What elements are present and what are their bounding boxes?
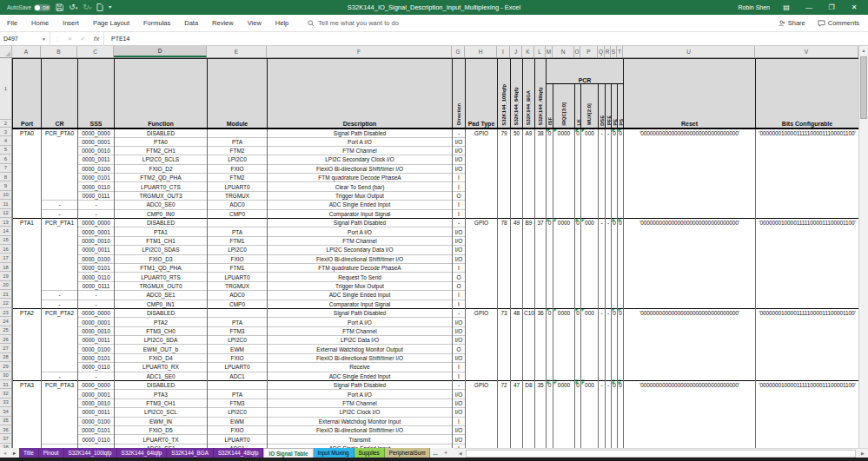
cell-module[interactable]: ADC0: [208, 201, 268, 209]
cell-function[interactable]: FTM3_CH1: [115, 398, 208, 407]
hscroll-left-icon[interactable]: ◀: [455, 451, 466, 456]
cell-pad-type[interactable]: GPIO: [466, 219, 498, 309]
cell-port-pta2[interactable]: PTA2: [13, 308, 42, 380]
cell-direction[interactable]: I: [453, 201, 466, 209]
cell-pcr-5[interactable]: -: [606, 308, 612, 380]
cell-pcr-7[interactable]: 0: [618, 308, 624, 380]
cell-pcr-3[interactable]: 000: [581, 128, 599, 219]
row-header-1[interactable]: 1: [0, 58, 11, 120]
row-header-11[interactable]: 11: [0, 200, 11, 208]
header-pcr-isf[interactable]: ISF: [547, 84, 553, 128]
cell-pcr-1[interactable]: 0000: [553, 381, 575, 448]
cell-pad-type[interactable]: GPIO: [466, 128, 498, 219]
header-bits-configurable[interactable]: Bits Configurable: [756, 59, 859, 128]
cell-description[interactable]: FlexIO Bi-directional Shift/timer I/O: [268, 353, 453, 362]
share-button[interactable]: Share: [779, 19, 805, 27]
cell-module[interactable]: PTA: [208, 137, 268, 146]
row-header-21[interactable]: 21: [0, 290, 11, 299]
row-header-4[interactable]: 4: [0, 136, 11, 145]
column-header-G[interactable]: G: [452, 46, 465, 57]
cell-sss[interactable]: 0000_0010: [78, 236, 115, 245]
header-pcr-mux20[interactable]: MUX[2:0]: [581, 84, 599, 128]
cell-description[interactable]: LPI2C Data I/O: [268, 336, 453, 345]
row-header-31[interactable]: 31: [0, 380, 11, 389]
cell-pin-2[interactable]: B9: [523, 219, 535, 309]
ribbon-tab-home[interactable]: Home: [24, 15, 56, 31]
row-header-9[interactable]: 9: [0, 181, 11, 190]
row-header-26[interactable]: 26: [0, 335, 11, 344]
cell-function[interactable]: PTA1: [115, 227, 208, 236]
cell-cr[interactable]: -: [42, 291, 78, 300]
scroll-up-icon[interactable]: ▲: [859, 46, 868, 55]
namebox-dropdown-icon[interactable]: ▼: [42, 36, 46, 42]
cell-direction[interactable]: I/O: [453, 227, 466, 236]
cell-description[interactable]: Signal Path Disabled: [268, 128, 453, 138]
cell-sss[interactable]: -: [78, 372, 115, 380]
cell-module[interactable]: FXIO: [208, 164, 268, 173]
cell-module[interactable]: [208, 128, 268, 138]
cell-function[interactable]: ADC1_SE0: [115, 372, 208, 380]
cell-pin-0[interactable]: 79: [498, 128, 511, 219]
row-header-28[interactable]: 28: [0, 353, 11, 362]
cell-function[interactable]: FXIO_D4: [115, 353, 208, 362]
row-header-10[interactable]: 10: [0, 191, 11, 200]
cell-pad-type[interactable]: GPIO: [466, 381, 498, 448]
cell-direction[interactable]: I: [453, 174, 466, 182]
cell-sss[interactable]: 0000_0110: [78, 435, 115, 444]
ribbon-tab-data[interactable]: Data: [177, 15, 205, 31]
cell-port-pta1[interactable]: PTA1: [13, 219, 42, 309]
cell-pcr-7[interactable]: 0: [618, 128, 624, 219]
cell-pcr-0[interactable]: 0: [547, 381, 553, 448]
cell-function[interactable]: LPUART0_CTS: [115, 182, 208, 191]
minimize-button[interactable]: —: [803, 3, 815, 11]
header-module[interactable]: Module: [208, 59, 268, 128]
cell-direction[interactable]: I/O: [453, 326, 466, 335]
row-header-17[interactable]: 17: [0, 254, 11, 262]
cell-description[interactable]: Transmit: [268, 435, 453, 444]
cell-function[interactable]: DISABLED: [115, 219, 208, 227]
cell-sss[interactable]: 0000_0001: [78, 227, 115, 236]
cell-function[interactable]: FTM3_CH0: [115, 326, 208, 335]
header-pcr-group[interactable]: PCR: [547, 59, 624, 84]
ribbon-tab-help[interactable]: Help: [268, 15, 295, 31]
cell-description[interactable]: FTM quadrature Decode PhaseA: [268, 174, 453, 182]
more-sheets-indicator[interactable]: ...: [430, 448, 440, 458]
column-header-N[interactable]: N: [553, 46, 574, 57]
row-header-24[interactable]: 24: [0, 317, 11, 326]
cell-pcr-6[interactable]: 0: [612, 381, 618, 448]
column-header-M[interactable]: M: [546, 46, 553, 57]
name-box[interactable]: D497 ▼: [0, 32, 50, 46]
header-pcr-irqc30[interactable]: IRQC[3:0]: [553, 84, 575, 128]
horizontal-scrollbar[interactable]: ◀ ▶: [455, 448, 868, 458]
column-header-E[interactable]: E: [207, 46, 267, 57]
cell-pin-3[interactable]: 36: [535, 308, 547, 380]
column-header-V[interactable]: V: [755, 46, 858, 57]
cell-sss[interactable]: -: [78, 209, 115, 218]
tell-me-search[interactable]: Tell me what you want to do: [308, 19, 399, 27]
cell-function[interactable]: LPUART0_RX: [115, 363, 208, 372]
cell-pcr-1[interactable]: 0000: [553, 219, 575, 309]
column-header-S[interactable]: S: [611, 46, 617, 57]
cell-module[interactable]: PTA: [208, 318, 268, 326]
cell-description[interactable]: FlexIO Bi-directional Shift/timer I/O: [268, 426, 453, 435]
cell-direction[interactable]: I/O: [453, 318, 466, 326]
cell-sss[interactable]: 0000_0000: [78, 308, 115, 317]
sheet-tab-s32k144_48lqfp[interactable]: S32K144_48lqfp: [214, 448, 264, 458]
cell-function[interactable]: TRGMUX_OUT3: [115, 191, 208, 200]
column-header-D[interactable]: D: [114, 46, 207, 57]
cell-description[interactable]: ADC Single Ended Input: [268, 201, 453, 209]
cell-module[interactable]: [208, 308, 268, 317]
cell-pcr-3[interactable]: 000: [581, 381, 599, 448]
cell-function[interactable]: LPUART0_TX: [115, 435, 208, 444]
ribbon-tab-view[interactable]: View: [241, 15, 268, 31]
row-header-34[interactable]: 34: [0, 407, 11, 416]
cell-function[interactable]: FTM2_QD_PHA: [115, 174, 208, 182]
cell-sss[interactable]: 0000_0110: [78, 182, 115, 191]
cell-cr[interactable]: PCR_PTA2: [42, 308, 78, 372]
row-header-8[interactable]: 8: [0, 173, 11, 181]
cell-reset[interactable]: '00000000000000000000000000000000': [624, 128, 756, 219]
header-pcr-lk[interactable]: LK: [575, 84, 581, 128]
cell-module[interactable]: ADC1: [208, 372, 268, 380]
cell-description[interactable]: Clear To Send (bar): [268, 182, 453, 191]
cell-direction[interactable]: I: [453, 372, 466, 380]
